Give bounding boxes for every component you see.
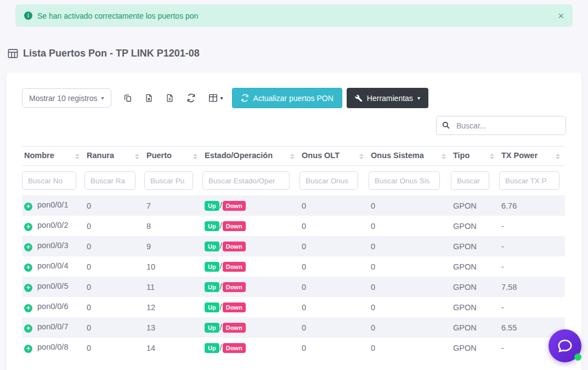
excel-file-icon — [145, 93, 153, 103]
table-row: +pon0/0/7 0 13 Up/Down 0 0 GPON 6.55 — [22, 317, 565, 338]
chat-widget-button[interactable] — [549, 329, 581, 362]
cell-puerto: 11 — [144, 277, 202, 297]
expand-row-icon[interactable]: + — [24, 284, 32, 292]
cell-nombre: +pon0/0/3 — [22, 236, 84, 256]
status-up-badge: Up — [205, 343, 219, 353]
column-filter-input[interactable] — [499, 171, 559, 190]
cell-puerto: 13 — [144, 317, 202, 338]
column-filter-input[interactable] — [202, 171, 290, 190]
expand-row-icon[interactable]: + — [24, 243, 32, 251]
cell-estado-operacion: Up/Down — [202, 236, 299, 256]
alert-message: Se han activado correctamente los puerto… — [37, 12, 198, 20]
status-down-badge: Down — [223, 343, 246, 353]
column-header[interactable]: Onus Sistema — [369, 147, 451, 166]
herramientas-label: Herramientas — [367, 94, 413, 103]
cell-puerto: 7 — [144, 195, 202, 216]
sort-icon[interactable] — [290, 154, 295, 159]
cell-puerto: 10 — [144, 256, 202, 277]
column-filter-input[interactable] — [451, 171, 489, 190]
sort-icon[interactable] — [193, 154, 197, 159]
column-header[interactable]: TX Power — [499, 147, 565, 166]
column-header[interactable]: Nombre — [22, 147, 84, 166]
badge-separator: / — [220, 343, 222, 352]
table-toolbar: Mostrar 10 registros ▾ — [22, 88, 566, 108]
column-header[interactable]: Ranura — [84, 147, 144, 166]
cell-onus-sistema: 0 — [369, 256, 451, 277]
port-name: pon0/0/5 — [37, 282, 68, 290]
sort-icon[interactable] — [75, 154, 80, 159]
sort-icon[interactable] — [490, 154, 494, 159]
column-header[interactable]: Onus OLT — [299, 147, 369, 166]
sort-icon[interactable] — [556, 154, 560, 159]
cell-nombre: +pon0/0/2 — [22, 216, 84, 236]
export-file-button[interactable] — [166, 93, 174, 103]
columns-icon — [208, 94, 218, 102]
cell-onus-olt: 0 — [299, 256, 369, 277]
cell-ranura: 0 — [84, 236, 144, 256]
cell-onus-sistema: 0 — [369, 297, 451, 317]
online-status-dot — [574, 354, 581, 361]
column-filter-input[interactable] — [84, 171, 135, 190]
sort-icon[interactable] — [359, 154, 364, 159]
table-row: +pon0/0/8 0 14 Up/Down 0 0 GPON - — [22, 338, 565, 358]
column-header-label: Onus OLT — [302, 151, 340, 160]
column-filter-input[interactable] — [369, 171, 440, 190]
show-records-label: Mostrar 10 registros — [29, 94, 97, 103]
reload-button[interactable] — [186, 93, 196, 103]
column-header[interactable]: Estado/Operación — [202, 147, 299, 166]
search-input[interactable] — [436, 116, 566, 135]
page-title-text: Lista Puertos Pon - TP LINK P1201-08 — [23, 48, 200, 59]
success-alert: i Se han activado correctamente los puer… — [15, 4, 573, 27]
cell-tx-power: - — [499, 297, 565, 317]
cell-ranura: 0 — [84, 297, 144, 317]
chevron-down-icon: ▾ — [417, 96, 420, 101]
close-icon[interactable]: × — [558, 11, 564, 21]
cell-puerto: 12 — [144, 297, 202, 317]
cell-onus-olt: 0 — [299, 277, 369, 297]
cell-ranura: 0 — [84, 338, 144, 358]
sort-icon[interactable] — [135, 154, 139, 159]
cell-tipo: GPON — [451, 195, 499, 216]
cell-tx-power: - — [499, 236, 565, 256]
show-records-dropdown[interactable]: Mostrar 10 registros ▾ — [22, 88, 111, 108]
cell-ranura: 0 — [84, 256, 144, 277]
expand-row-icon[interactable]: + — [24, 324, 32, 333]
expand-row-icon[interactable]: + — [24, 264, 32, 272]
copy-button[interactable] — [123, 93, 132, 103]
cell-tipo: GPON — [451, 277, 499, 297]
column-header[interactable]: Tipo — [451, 147, 499, 166]
sort-icon[interactable] — [442, 154, 446, 159]
herramientas-dropdown[interactable]: Herramientas ▾ — [347, 88, 428, 108]
column-header[interactable]: Puerto — [144, 147, 202, 166]
column-header-label: Estado/Operación — [205, 151, 273, 160]
badge-separator: / — [220, 262, 222, 271]
actualizar-puertos-button[interactable]: Actualizar puertos PON — [232, 88, 342, 108]
expand-row-icon[interactable]: + — [24, 345, 32, 353]
column-filter-input[interactable] — [22, 171, 76, 190]
filter-cell — [369, 166, 451, 196]
column-filter-input[interactable] — [144, 171, 193, 190]
cell-onus-olt: 0 — [299, 338, 369, 358]
column-filter-input[interactable] — [299, 171, 358, 190]
cell-onus-sistema: 0 — [369, 338, 451, 358]
status-down-badge: Down — [223, 221, 246, 231]
cell-onus-olt: 0 — [299, 297, 369, 317]
column-visibility-button[interactable]: ▾ — [208, 94, 223, 102]
expand-row-icon[interactable]: + — [24, 203, 32, 211]
export-excel-button[interactable] — [145, 93, 153, 103]
expand-row-icon[interactable]: + — [24, 223, 32, 231]
column-header-label: Nombre — [24, 151, 54, 160]
cell-onus-sistema: 0 — [369, 317, 451, 338]
column-header-label: Onus Sistema — [371, 151, 424, 160]
status-down-badge: Down — [223, 262, 246, 272]
cell-puerto: 8 — [144, 216, 202, 236]
expand-row-icon[interactable]: + — [24, 304, 32, 312]
column-header-label: Tipo — [453, 151, 470, 160]
table-row: +pon0/0/4 0 10 Up/Down 0 0 GPON - — [22, 256, 565, 277]
cell-onus-sistema: 0 — [369, 195, 451, 216]
cell-tx-power: 6.76 — [499, 195, 565, 216]
cell-onus-olt: 0 — [299, 317, 369, 338]
port-name: pon0/0/6 — [37, 302, 68, 311]
filter-cell — [299, 166, 369, 196]
sync-icon — [241, 94, 249, 102]
